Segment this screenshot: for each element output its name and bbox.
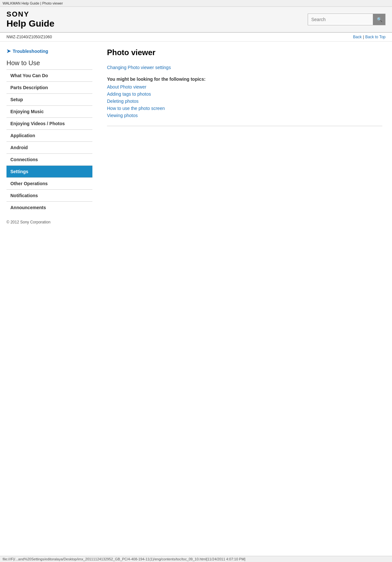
sidebar-item-connections[interactable]: Connections: [6, 153, 92, 165]
sony-logo: SONY: [6, 10, 54, 18]
sidebar-item-android[interactable]: Android: [6, 141, 92, 153]
topic-about-photo-viewer[interactable]: About Photo viewer: [107, 84, 382, 90]
model-number: NWZ-Z1040/Z1050/Z1060: [6, 35, 52, 39]
sidebar-item-enjoying-videos[interactable]: Enjoying Videos / Photos: [6, 117, 92, 129]
title-bar: WALKMAN Help Guide | Photo viewer: [0, 0, 392, 7]
content-divider: [107, 126, 382, 126]
how-to-use-heading: How to Use: [6, 59, 92, 67]
sidebar-item-parts-description[interactable]: Parts Description: [6, 81, 92, 93]
nav-separator: |: [363, 35, 364, 39]
sidebar-item-enjoying-music[interactable]: Enjoying Music: [6, 105, 92, 117]
back-to-top-link[interactable]: Back to Top: [365, 35, 386, 39]
topics-label: You might be looking for the following t…: [107, 77, 382, 82]
content-area: Photo viewer Changing Photo viewer setti…: [97, 42, 392, 231]
sidebar-item-application[interactable]: Application: [6, 129, 92, 141]
topic-deleting-photos[interactable]: Deleting photos: [107, 99, 382, 104]
sidebar-item-notifications[interactable]: Notifications: [6, 189, 92, 201]
topic-how-to-use-photo-screen[interactable]: How to use the photo screen: [107, 106, 382, 111]
help-guide-title: Help Guide: [6, 18, 54, 29]
sidebar-item-setup[interactable]: Setup: [6, 93, 92, 105]
troubleshooting-arrow: ➤: [6, 48, 11, 54]
search-box: 🔍: [308, 14, 386, 25]
topics-links: About Photo viewer Adding tags to photos…: [107, 84, 382, 119]
troubleshooting-item[interactable]: ➤ Troubleshooting: [6, 48, 92, 54]
page-title: Photo viewer: [107, 48, 382, 60]
nav-bar: NWZ-Z1040/Z1050/Z1060 Back | Back to Top: [0, 33, 392, 42]
sidebar-footer: © 2012 Sony Corporation: [6, 220, 92, 224]
topic-adding-tags[interactable]: Adding tags to photos: [107, 91, 382, 97]
sidebar-item-what-you-can-do[interactable]: What You Can Do: [6, 69, 92, 81]
changing-settings-link[interactable]: Changing Photo viewer settings: [107, 65, 382, 70]
sidebar: ➤ Troubleshooting How to Use What You Ca…: [0, 42, 97, 231]
sidebar-item-announcements[interactable]: Announcements: [6, 201, 92, 213]
topic-viewing-photos[interactable]: Viewing photos: [107, 113, 382, 118]
header-left: SONY Help Guide: [6, 10, 54, 29]
troubleshooting-label: Troubleshooting: [13, 49, 48, 54]
search-input[interactable]: [308, 15, 373, 24]
sidebar-item-other-operations[interactable]: Other Operations: [6, 177, 92, 189]
header: SONY Help Guide 🔍: [0, 7, 392, 33]
topics-section: You might be looking for the following t…: [107, 77, 382, 119]
back-link[interactable]: Back: [353, 35, 362, 39]
sidebar-item-settings[interactable]: Settings: [6, 165, 92, 177]
title-bar-text: WALKMAN Help Guide | Photo viewer: [3, 1, 63, 5]
search-button[interactable]: 🔍: [373, 14, 385, 25]
main-layout: ➤ Troubleshooting How to Use What You Ca…: [0, 42, 392, 231]
nav-right: Back | Back to Top: [353, 35, 386, 39]
